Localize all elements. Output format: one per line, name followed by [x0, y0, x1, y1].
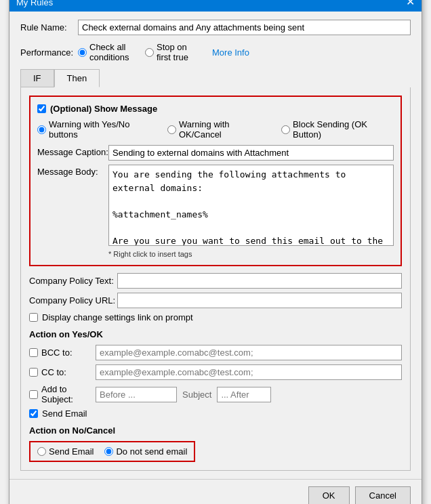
- add-subject-label: Add to Subject:: [29, 384, 90, 404]
- stop-on-first-radio[interactable]: [145, 48, 154, 57]
- block-sending-text: Block Sending (OK Button): [293, 119, 394, 140]
- content-area: Rule Name: Performance: Check all condit…: [9, 12, 422, 479]
- caption-row: Message Caption:: [37, 145, 394, 161]
- send-email-no-cancel-radio[interactable]: [37, 447, 46, 456]
- subject-row: Add to Subject: Subject: [29, 384, 402, 404]
- rule-name-label: Rule Name:: [20, 22, 78, 33]
- performance-row: Performance: Check all conditions Stop o…: [20, 42, 411, 62]
- cc-input[interactable]: [96, 364, 402, 380]
- stop-on-first-label: Stop on first true: [157, 42, 203, 62]
- action-yes-ok-title: Action on Yes/OK: [29, 329, 402, 339]
- right-click-hint: * Right click to insert tags: [37, 250, 394, 258]
- title-bar: My Rules ✕: [9, 0, 422, 12]
- action-no-cancel-section: Send Email Do not send email: [29, 441, 195, 462]
- more-info-link[interactable]: More Info: [212, 47, 249, 58]
- company-policy-text-input[interactable]: [117, 273, 402, 289]
- display-settings-row: Display change settings link on prompt: [29, 312, 402, 322]
- cc-label: CC to:: [29, 367, 90, 377]
- main-window: My Rules ✕ Rule Name: Performance: Check…: [9, 0, 422, 504]
- add-subject-checkbox[interactable]: [29, 390, 38, 399]
- rule-name-row: Rule Name:: [20, 20, 411, 35]
- rule-name-input[interactable]: [78, 20, 411, 35]
- tab-if[interactable]: IF: [20, 69, 54, 87]
- bcc-input[interactable]: [96, 345, 402, 360]
- display-settings-checkbox[interactable]: [29, 313, 38, 322]
- show-message-checkbox[interactable]: [37, 104, 46, 113]
- stop-on-first-radio-label[interactable]: Stop on first true: [145, 42, 203, 62]
- bcc-label: BCC to:: [29, 348, 90, 358]
- do-not-send-label[interactable]: Do not send email: [104, 446, 187, 457]
- before-input[interactable]: [96, 387, 177, 402]
- company-policy-url-label: Company Policy URL:: [29, 295, 117, 306]
- cc-row: CC to:: [29, 364, 402, 380]
- check-all-label: Check all conditions: [89, 42, 136, 62]
- caption-input[interactable]: [108, 145, 394, 161]
- block-sending-radio[interactable]: [281, 125, 290, 134]
- company-policy-text-label: Company Policy Text:: [29, 276, 117, 286]
- cc-checkbox[interactable]: [29, 368, 38, 377]
- do-not-send-text: Do not send email: [116, 446, 187, 457]
- show-message-section: (Optional) Show Message Warning with Yes…: [29, 96, 402, 266]
- company-policy-url-input[interactable]: [117, 293, 402, 308]
- company-policy-text-row: Company Policy Text:: [29, 273, 402, 289]
- cancel-button[interactable]: Cancel: [355, 486, 411, 504]
- warning-yes-no-text: Warning with Yes/No buttons: [49, 119, 157, 140]
- send-email-no-cancel-text: Send Email: [49, 446, 94, 457]
- window-title: My Rules: [16, 0, 53, 7]
- performance-label: Performance:: [20, 47, 78, 58]
- performance-options: Check all conditions Stop on first true …: [78, 42, 249, 62]
- do-not-send-radio[interactable]: [104, 447, 113, 456]
- display-settings-label: Display change settings link on prompt: [42, 312, 193, 322]
- close-button[interactable]: ✕: [406, 0, 415, 7]
- check-all-radio-label[interactable]: Check all conditions: [78, 42, 136, 62]
- message-type-radio-group: Warning with Yes/No buttons Warning with…: [37, 119, 394, 140]
- tab-then[interactable]: Then: [54, 69, 100, 87]
- show-message-header: (Optional) Show Message: [37, 104, 394, 114]
- warning-yes-no-radio[interactable]: [37, 125, 46, 134]
- warning-ok-cancel-text: Warning with OK/Cancel: [179, 119, 270, 140]
- check-all-radio[interactable]: [78, 48, 87, 57]
- then-tab-content: (Optional) Show Message Warning with Yes…: [20, 87, 411, 471]
- company-policy-url-row: Company Policy URL:: [29, 293, 402, 308]
- tabs-row: IF Then: [20, 69, 411, 87]
- bcc-checkbox[interactable]: [29, 348, 38, 357]
- send-email-no-cancel-label[interactable]: Send Email: [37, 446, 94, 457]
- ok-button[interactable]: OK: [308, 486, 350, 504]
- body-textarea[interactable]: You are sending the following attachment…: [108, 165, 394, 246]
- show-message-title: (Optional) Show Message: [50, 104, 157, 114]
- caption-label: Message Caption:: [37, 145, 108, 157]
- action-no-cancel-title: Action on No/Cancel: [29, 425, 402, 436]
- body-row: Message Body: You are sending the follow…: [37, 165, 394, 246]
- subject-mid-label: Subject: [182, 390, 211, 400]
- bcc-row: BCC to:: [29, 345, 402, 360]
- send-email-checkbox[interactable]: [29, 409, 38, 418]
- send-email-label: Send Email: [42, 408, 87, 419]
- warning-ok-cancel-label[interactable]: Warning with OK/Cancel: [167, 119, 270, 140]
- after-input[interactable]: [217, 387, 271, 402]
- bottom-buttons: OK Cancel: [9, 479, 422, 504]
- block-sending-label[interactable]: Block Sending (OK Button): [281, 119, 394, 140]
- warning-yes-no-label[interactable]: Warning with Yes/No buttons: [37, 119, 157, 140]
- body-label: Message Body:: [37, 165, 108, 177]
- warning-ok-cancel-radio[interactable]: [167, 125, 176, 134]
- send-email-row: Send Email: [29, 408, 402, 419]
